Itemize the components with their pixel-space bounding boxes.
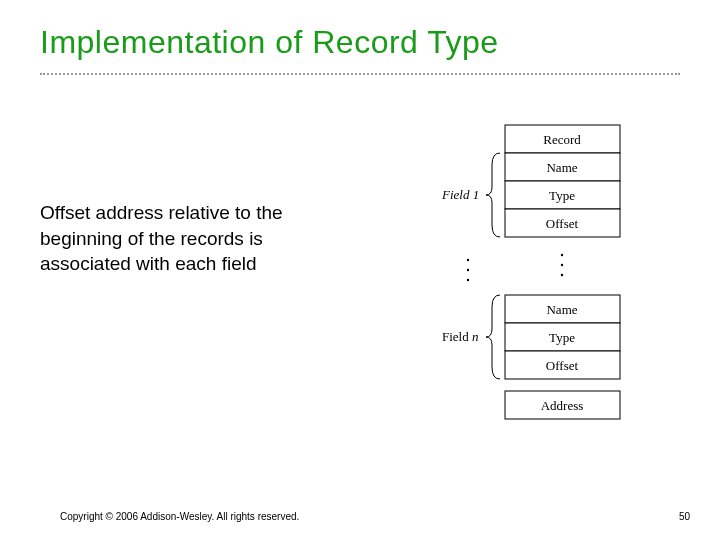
page-title: Implementation of Record Type bbox=[40, 24, 680, 61]
box-type-1: Type bbox=[549, 188, 575, 203]
slide: Implementation of Record Type Offset add… bbox=[0, 0, 720, 540]
box-address: Address bbox=[541, 398, 584, 413]
box-name-2: Name bbox=[546, 302, 577, 317]
box-offset-2: Offset bbox=[546, 358, 579, 373]
box-offset-1: Offset bbox=[546, 216, 579, 231]
svg-point-4 bbox=[467, 259, 469, 261]
dots-right bbox=[561, 254, 563, 276]
body-text: Offset address relative to the beginning… bbox=[40, 200, 340, 277]
svg-point-9 bbox=[561, 274, 563, 276]
diagram-group-1: Record Name Type Offset bbox=[505, 125, 620, 237]
svg-point-5 bbox=[467, 269, 469, 271]
divider bbox=[40, 73, 680, 75]
svg-point-6 bbox=[467, 279, 469, 281]
brace-field-n: Field n bbox=[442, 295, 500, 379]
record-diagram: Record Name Type Offset Field 1 bbox=[360, 115, 680, 455]
box-record: Record bbox=[543, 132, 581, 147]
field1-label: Field 1 bbox=[441, 187, 479, 202]
svg-point-7 bbox=[561, 254, 563, 256]
brace-field-1: Field 1 bbox=[441, 153, 500, 237]
dots-left bbox=[467, 259, 469, 281]
box-type-2: Type bbox=[549, 330, 575, 345]
box-name-1: Name bbox=[546, 160, 577, 175]
content-row: Offset address relative to the beginning… bbox=[40, 115, 680, 455]
footer: Copyright © 2006 Addison-Wesley. All rig… bbox=[60, 511, 690, 522]
copyright-text: Copyright © 2006 Addison-Wesley. All rig… bbox=[60, 511, 299, 522]
page-number: 50 bbox=[679, 511, 690, 522]
fieldn-label: Field n bbox=[442, 329, 478, 344]
diagram-group-2: Name Type Offset Address bbox=[505, 295, 620, 419]
svg-point-8 bbox=[561, 264, 563, 266]
